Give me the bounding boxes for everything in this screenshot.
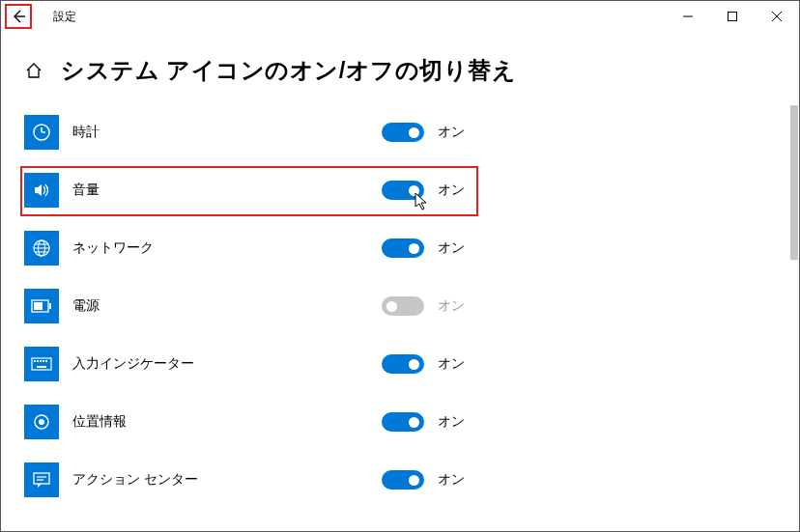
toggle-actioncenter[interactable]: [382, 470, 424, 490]
svg-rect-17: [34, 360, 36, 362]
home-icon[interactable]: [24, 61, 43, 80]
toggle-ime[interactable]: [382, 354, 424, 374]
row-power: 電源 オン: [24, 277, 799, 335]
row-label: アクション センター: [72, 471, 382, 489]
toggle-volume[interactable]: [382, 181, 424, 200]
svg-rect-2: [729, 13, 737, 21]
toggle-state: オン: [438, 355, 465, 373]
svg-rect-21: [45, 360, 47, 362]
toggle-clock[interactable]: [382, 123, 424, 142]
row-label: 位置情報: [72, 413, 382, 431]
toggle-network[interactable]: [382, 238, 424, 258]
scrollbar-thumb[interactable]: [790, 105, 798, 260]
row-actioncenter: アクション センター オン: [24, 451, 799, 509]
row-volume: 音量 オン: [24, 161, 799, 219]
action-center-icon: [24, 462, 59, 497]
back-button[interactable]: [5, 4, 32, 29]
svg-rect-18: [37, 360, 39, 362]
maximize-button[interactable]: [710, 1, 755, 32]
settings-list: 時計 オン 音量 オン ネットワーク オン: [1, 103, 799, 509]
row-label: 時計: [72, 124, 382, 141]
row-ime: 入力インジケーター オン: [24, 335, 799, 393]
row-clock: 時計 オン: [24, 103, 799, 161]
keyboard-icon: [24, 347, 59, 381]
toggle-state: オン: [438, 182, 465, 199]
window-title: 設定: [53, 9, 76, 25]
toggle-power: [382, 296, 424, 316]
toggle-state: オン: [438, 297, 465, 315]
svg-rect-20: [43, 360, 44, 362]
toggle-state: オン: [438, 124, 465, 141]
titlebar: 設定: [1, 1, 799, 32]
location-icon: [24, 405, 59, 439]
window-controls: [666, 1, 799, 32]
page-header: システム アイコンのオン/オフの切り替え: [1, 32, 799, 103]
svg-rect-15: [34, 302, 43, 310]
toggle-state: オン: [438, 471, 465, 489]
svg-rect-16: [32, 358, 51, 370]
toggle-state: オン: [438, 239, 465, 257]
minimize-button[interactable]: [666, 1, 710, 32]
svg-point-24: [39, 419, 44, 425]
svg-rect-25: [34, 473, 49, 484]
clock-icon: [24, 115, 59, 150]
row-label: 音量: [72, 182, 382, 199]
svg-rect-19: [40, 360, 42, 362]
row-label: ネットワーク: [72, 239, 382, 257]
row-network: ネットワーク オン: [24, 219, 799, 277]
battery-icon: [24, 289, 59, 323]
close-button[interactable]: [755, 1, 799, 32]
row-location: 位置情報 オン: [24, 393, 799, 451]
svg-rect-14: [49, 303, 51, 309]
row-label: 電源: [72, 297, 382, 315]
toggle-state: オン: [438, 413, 465, 431]
row-label: 入力インジケーター: [72, 355, 382, 373]
page-title: システム アイコンのオン/オフの切り替え: [61, 55, 516, 86]
toggle-location[interactable]: [382, 412, 424, 432]
settings-window: 設定 システム アイコンのオン/オフの切り替え 時計 オン: [0, 0, 800, 532]
svg-rect-22: [37, 366, 46, 368]
volume-icon: [24, 173, 59, 208]
globe-icon: [24, 231, 59, 266]
